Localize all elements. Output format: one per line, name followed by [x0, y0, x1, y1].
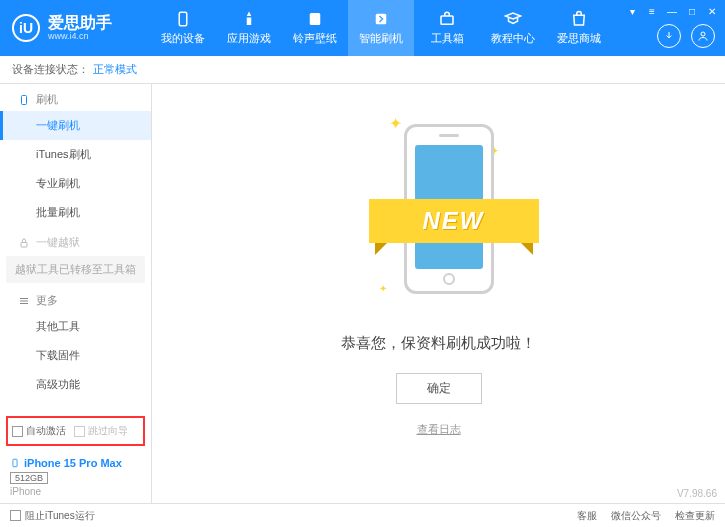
success-message: 恭喜您，保资料刷机成功啦！	[341, 334, 536, 353]
new-text: NEW	[423, 207, 485, 235]
footer-service[interactable]: 客服	[577, 509, 597, 523]
status-label: 设备连接状态：	[12, 62, 89, 77]
download-icon[interactable]	[657, 24, 681, 48]
checkbox-label: 阻止iTunes运行	[25, 509, 95, 523]
sidebar-item-other[interactable]: 其他工具	[0, 312, 151, 341]
view-log-link[interactable]: 查看日志	[417, 422, 461, 437]
section-label: 一键越狱	[36, 235, 80, 250]
svg-rect-3	[441, 16, 453, 24]
svg-rect-2	[376, 14, 387, 25]
maximize-icon[interactable]: □	[685, 4, 699, 18]
sidebar-item-batch[interactable]: 批量刷机	[0, 198, 151, 227]
sidebar-section-more[interactable]: 更多	[0, 285, 151, 312]
device-type: iPhone	[10, 486, 141, 497]
nav-ringtones[interactable]: 铃声壁纸	[282, 0, 348, 56]
new-badge: NEW	[369, 199, 539, 243]
svg-point-4	[701, 32, 705, 36]
nav-label: 工具箱	[431, 31, 464, 46]
nav-label: 铃声壁纸	[293, 31, 337, 46]
checkbox-block-itunes[interactable]: 阻止iTunes运行	[10, 509, 95, 523]
sidebar-item-oneclick[interactable]: 一键刷机	[0, 111, 151, 140]
device-name: iPhone 15 Pro Max	[24, 457, 122, 469]
sidebar: 刷机 一键刷机 iTunes刷机 专业刷机 批量刷机 一键越狱 越狱工具已转移至…	[0, 84, 152, 503]
footer-wechat[interactable]: 微信公众号	[611, 509, 661, 523]
app-name: 爱思助手	[48, 15, 112, 31]
nav-label: 智能刷机	[359, 31, 403, 46]
nav-label: 教程中心	[491, 31, 535, 46]
sidebar-item-pro[interactable]: 专业刷机	[0, 169, 151, 198]
settings-icon[interactable]: ≡	[645, 4, 659, 18]
device-storage: 512GB	[10, 472, 48, 484]
logo-icon: iU	[12, 14, 40, 42]
checkbox-icon	[10, 510, 21, 521]
window-controls: ▾ ≡ — □ ✕	[625, 4, 719, 18]
phone-icon	[10, 456, 20, 470]
success-illustration: ✦ ✦ ✦ NEW	[369, 114, 509, 314]
main-content: ✦ ✦ ✦ NEW 恭喜您，保资料刷机成功啦！ 确定 查看日志 V7.98.66	[152, 84, 725, 503]
sidebar-section-flash[interactable]: 刷机	[0, 84, 151, 111]
app-url: www.i4.cn	[48, 31, 112, 41]
nav-label: 爱思商城	[557, 31, 601, 46]
nav-flash[interactable]: 智能刷机	[348, 0, 414, 56]
ok-button[interactable]: 确定	[396, 373, 482, 404]
app-header: iU 爱思助手 www.i4.cn 我的设备 应用游戏 铃声壁纸 智能刷机 工具…	[0, 0, 725, 56]
checkbox-auto-activate[interactable]: 自动激活	[12, 424, 66, 438]
sidebar-item-itunes[interactable]: iTunes刷机	[0, 140, 151, 169]
device-info: iPhone 15 Pro Max 512GB iPhone	[0, 450, 151, 503]
nav-apps[interactable]: 应用游戏	[216, 0, 282, 56]
menu-icon[interactable]: ▾	[625, 4, 639, 18]
footer: 阻止iTunes运行 客服 微信公众号 检查更新	[0, 503, 725, 527]
sidebar-item-download[interactable]: 下载固件	[0, 341, 151, 370]
close-icon[interactable]: ✕	[705, 4, 719, 18]
checkbox-skip-guide[interactable]: 跳过向导	[74, 424, 128, 438]
nav-store[interactable]: 爱思商城	[546, 0, 612, 56]
nav-my-device[interactable]: 我的设备	[150, 0, 216, 56]
svg-rect-0	[179, 12, 187, 26]
status-value: 正常模式	[93, 62, 137, 77]
svg-rect-6	[21, 242, 27, 247]
svg-rect-7	[13, 459, 17, 467]
checkbox-icon	[12, 426, 23, 437]
status-bar: 设备连接状态： 正常模式	[0, 56, 725, 84]
sidebar-jailbreak-moved: 越狱工具已转移至工具箱	[6, 256, 145, 283]
checkbox-icon	[74, 426, 85, 437]
nav-tutorials[interactable]: 教程中心	[480, 0, 546, 56]
minimize-icon[interactable]: —	[665, 4, 679, 18]
nav-label: 我的设备	[161, 31, 205, 46]
svg-rect-5	[22, 95, 27, 104]
checkbox-label: 跳过向导	[88, 424, 128, 438]
section-label: 更多	[36, 293, 58, 308]
sidebar-item-advanced[interactable]: 高级功能	[0, 370, 151, 399]
sidebar-section-jailbreak: 一键越狱	[0, 227, 151, 254]
svg-rect-1	[310, 13, 321, 25]
version-text: V7.98.66	[677, 488, 717, 499]
user-icon[interactable]	[691, 24, 715, 48]
logo-area: iU 爱思助手 www.i4.cn	[0, 14, 150, 42]
footer-update[interactable]: 检查更新	[675, 509, 715, 523]
section-label: 刷机	[36, 92, 58, 107]
checkbox-highlight: 自动激活 跳过向导	[6, 416, 145, 446]
checkbox-label: 自动激活	[26, 424, 66, 438]
nav-label: 应用游戏	[227, 31, 271, 46]
nav-tabs: 我的设备 应用游戏 铃声壁纸 智能刷机 工具箱 教程中心 爱思商城	[150, 0, 612, 56]
nav-toolbox[interactable]: 工具箱	[414, 0, 480, 56]
